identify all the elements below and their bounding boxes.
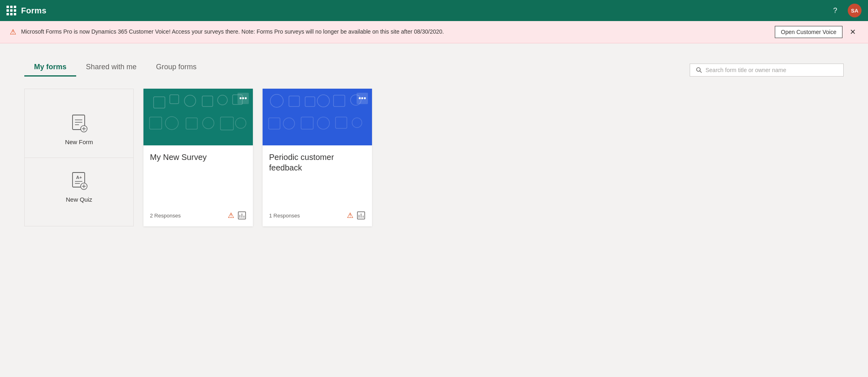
svg-point-35	[317, 95, 329, 107]
banner-actions: Open Customer Voice ✕	[775, 26, 858, 38]
nav-right: ? SA	[829, 4, 862, 17]
svg-rect-38	[269, 118, 280, 129]
svg-rect-17	[170, 95, 179, 104]
svg-rect-26	[220, 117, 233, 130]
tab-my-forms[interactable]: My forms	[24, 60, 76, 77]
response-count-2: 1 Responses	[269, 213, 300, 219]
svg-point-25	[203, 117, 214, 129]
card-title-1: My New Survey	[150, 152, 246, 162]
svg-rect-24	[186, 118, 197, 129]
svg-point-20	[218, 95, 227, 105]
help-icon[interactable]: ?	[829, 4, 841, 17]
chart-icon-1	[237, 211, 246, 220]
card-title-2: Periodic customer feedback	[269, 152, 366, 173]
svg-point-27	[235, 118, 246, 128]
card-footer-1: 2 Responses ⚠	[143, 208, 253, 226]
new-quiz-section[interactable]: A+ New Quiz	[25, 158, 133, 215]
card-footer-icons-1: ⚠	[228, 211, 246, 220]
new-form-card-inner: New Form A+ New Quiz	[25, 100, 133, 215]
tabs-bar: My forms Shared with me Group forms	[24, 60, 844, 77]
svg-rect-34	[305, 97, 315, 106]
nav-left: Forms	[6, 6, 47, 15]
svg-point-32	[270, 94, 283, 107]
card-body-2: Periodic customer feedback	[263, 145, 372, 208]
waffle-menu-icon[interactable]	[6, 6, 16, 15]
search-icon	[696, 67, 702, 73]
banner-warning-icon: ⚠	[10, 28, 16, 36]
svg-text:A+: A+	[76, 175, 82, 180]
main-content: My forms Shared with me Group forms	[0, 43, 868, 377]
close-banner-button[interactable]: ✕	[847, 28, 858, 36]
banner-message: Microsoft Forms Pro is now Dynamics 365 …	[21, 28, 444, 36]
svg-rect-19	[202, 96, 213, 106]
tab-group-forms[interactable]: Group forms	[146, 60, 206, 77]
new-form-icon	[68, 113, 90, 134]
tab-shared-with-me[interactable]: Shared with me	[76, 60, 146, 77]
warning-icon-1: ⚠	[228, 211, 234, 220]
svg-rect-33	[289, 96, 299, 106]
new-form-label: New Form	[65, 138, 93, 145]
warning-icon-2: ⚠	[347, 211, 353, 220]
card-more-button-1[interactable]: •••	[237, 93, 249, 104]
card-footer-2: 1 Responses ⚠	[263, 208, 372, 226]
open-customer-voice-button[interactable]: Open Customer Voice	[775, 26, 842, 38]
notification-banner: ⚠ Microsoft Forms Pro is now Dynamics 36…	[0, 21, 868, 43]
app-title: Forms	[21, 6, 47, 15]
card-more-button-2[interactable]: •••	[357, 93, 368, 104]
search-box	[690, 64, 844, 77]
new-quiz-icon: A+	[68, 170, 90, 191]
svg-point-41	[317, 117, 329, 129]
form-card-1[interactable]: ••• My New Survey 2 Responses ⚠	[143, 89, 253, 226]
card-pattern-1	[145, 89, 251, 145]
svg-point-43	[352, 118, 362, 128]
svg-rect-40	[301, 117, 313, 129]
chart-icon-2	[357, 211, 366, 220]
new-form-card[interactable]: New Form A+ New Quiz	[24, 89, 134, 226]
svg-rect-16	[154, 97, 165, 108]
svg-rect-42	[336, 117, 347, 128]
svg-rect-36	[334, 95, 345, 106]
card-footer-icons-2: ⚠	[347, 211, 366, 220]
forms-grid: New Form A+ New Quiz	[24, 89, 844, 226]
search-input[interactable]	[706, 67, 838, 73]
form-card-2[interactable]: ••• Periodic customer feedback 1 Respons…	[263, 89, 372, 226]
new-form-section[interactable]: New Form	[25, 100, 133, 158]
banner-content: ⚠ Microsoft Forms Pro is now Dynamics 36…	[10, 28, 775, 36]
svg-point-18	[184, 95, 196, 106]
top-navigation: Forms ? SA	[0, 0, 868, 21]
card-header-1: •••	[143, 89, 253, 145]
svg-rect-22	[150, 117, 162, 129]
card-pattern-2	[265, 89, 370, 145]
svg-line-1	[700, 71, 701, 72]
card-header-2: •••	[263, 89, 372, 145]
svg-point-23	[165, 117, 178, 130]
svg-point-39	[283, 118, 295, 129]
tabs-left: My forms Shared with me Group forms	[24, 60, 206, 77]
new-quiz-label: New Quiz	[66, 196, 92, 203]
response-count-1: 2 Responses	[150, 213, 181, 219]
card-body-1: My New Survey	[143, 145, 253, 208]
avatar[interactable]: SA	[848, 4, 862, 17]
